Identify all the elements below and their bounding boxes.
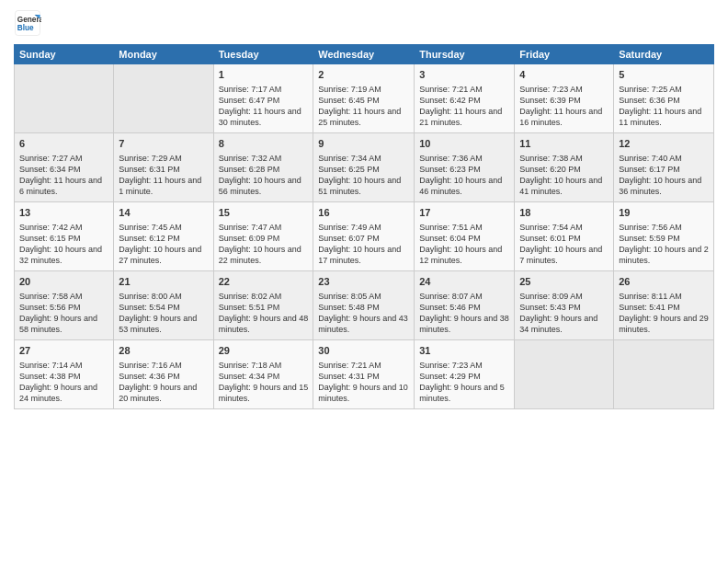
calendar-cell: 2Sunrise: 7:19 AMSunset: 6:45 PMDaylight…	[313, 64, 415, 133]
day-info: Daylight: 10 hours and 27 minutes.	[119, 244, 208, 266]
calendar-cell: 4Sunrise: 7:23 AMSunset: 6:39 PMDaylight…	[515, 64, 614, 133]
calendar-cell: 29Sunrise: 7:18 AMSunset: 4:34 PMDayligh…	[213, 340, 313, 409]
day-info: Daylight: 9 hours and 10 minutes.	[318, 382, 409, 404]
day-number: 28	[119, 344, 208, 358]
calendar-cell: 17Sunrise: 7:51 AMSunset: 6:04 PMDayligh…	[415, 202, 515, 271]
day-number: 5	[619, 68, 709, 82]
day-info: Sunrise: 7:19 AM	[318, 84, 409, 95]
day-info: Sunset: 5:41 PM	[619, 302, 709, 313]
day-number: 27	[19, 344, 108, 358]
day-number: 8	[219, 137, 309, 151]
day-info: Sunrise: 7:29 AM	[119, 153, 208, 164]
calendar-cell: 11Sunrise: 7:38 AMSunset: 6:20 PMDayligh…	[515, 133, 614, 202]
day-info: Daylight: 10 hours and 51 minutes.	[318, 175, 409, 197]
calendar-cell: 13Sunrise: 7:42 AMSunset: 6:15 PMDayligh…	[15, 202, 114, 271]
day-number: 9	[318, 137, 409, 151]
day-info: Daylight: 9 hours and 38 minutes.	[419, 313, 509, 335]
calendar-container: General Blue SundayMondayTuesdayWednesda…	[0, 0, 728, 419]
day-number: 15	[219, 206, 309, 220]
day-info: Daylight: 9 hours and 48 minutes.	[219, 313, 309, 335]
col-header-sunday: Sunday	[15, 45, 114, 64]
day-info: Sunset: 5:54 PM	[119, 302, 208, 313]
col-header-saturday: Saturday	[614, 45, 714, 64]
calendar-cell: 12Sunrise: 7:40 AMSunset: 6:17 PMDayligh…	[614, 133, 714, 202]
day-info: Daylight: 10 hours and 32 minutes.	[19, 244, 108, 266]
day-info: Sunrise: 7:47 AM	[219, 222, 309, 233]
calendar-cell	[515, 340, 614, 409]
day-info: Sunset: 5:48 PM	[318, 302, 409, 313]
day-info: Daylight: 9 hours and 5 minutes.	[419, 382, 509, 404]
day-info: Sunset: 6:17 PM	[619, 164, 709, 175]
calendar-cell	[15, 64, 114, 133]
calendar-cell: 31Sunrise: 7:23 AMSunset: 4:29 PMDayligh…	[415, 340, 515, 409]
day-number: 16	[318, 206, 409, 220]
day-info: Daylight: 9 hours and 34 minutes.	[519, 313, 609, 335]
day-number: 1	[219, 68, 309, 82]
col-header-monday: Monday	[114, 45, 213, 64]
day-info: Daylight: 9 hours and 43 minutes.	[318, 313, 409, 335]
day-info: Daylight: 9 hours and 58 minutes.	[19, 313, 108, 335]
day-info: Sunrise: 7:21 AM	[419, 84, 509, 95]
day-info: Daylight: 11 hours and 16 minutes.	[519, 106, 609, 128]
col-header-friday: Friday	[515, 45, 614, 64]
calendar-cell: 7Sunrise: 7:29 AMSunset: 6:31 PMDaylight…	[114, 133, 213, 202]
week-row-4: 20Sunrise: 7:58 AMSunset: 5:56 PMDayligh…	[15, 271, 714, 340]
day-number: 22	[219, 275, 309, 289]
calendar-cell: 9Sunrise: 7:34 AMSunset: 6:25 PMDaylight…	[313, 133, 415, 202]
day-number: 21	[119, 275, 208, 289]
day-number: 14	[119, 206, 208, 220]
calendar-cell: 8Sunrise: 7:32 AMSunset: 6:28 PMDaylight…	[213, 133, 313, 202]
day-info: Sunset: 4:34 PM	[219, 371, 309, 382]
day-number: 24	[419, 275, 509, 289]
day-info: Sunset: 6:04 PM	[419, 233, 509, 244]
day-info: Sunset: 6:09 PM	[219, 233, 309, 244]
day-info: Sunrise: 7:54 AM	[519, 222, 609, 233]
day-info: Sunrise: 7:58 AM	[19, 291, 108, 302]
day-info: Sunrise: 7:45 AM	[119, 222, 208, 233]
day-info: Daylight: 9 hours and 29 minutes.	[619, 313, 709, 335]
calendar-cell	[114, 64, 213, 133]
calendar-cell: 23Sunrise: 8:05 AMSunset: 5:48 PMDayligh…	[313, 271, 415, 340]
day-info: Sunrise: 8:07 AM	[419, 291, 509, 302]
day-number: 4	[519, 68, 609, 82]
calendar-cell: 10Sunrise: 7:36 AMSunset: 6:23 PMDayligh…	[415, 133, 515, 202]
day-info: Sunset: 4:31 PM	[318, 371, 409, 382]
col-header-wednesday: Wednesday	[313, 45, 415, 64]
day-info: Sunset: 5:59 PM	[619, 233, 709, 244]
day-number: 12	[619, 137, 709, 151]
day-info: Daylight: 10 hours and 12 minutes.	[419, 244, 509, 266]
day-info: Daylight: 11 hours and 25 minutes.	[318, 106, 409, 128]
calendar-cell	[614, 340, 714, 409]
day-number: 26	[619, 275, 709, 289]
calendar-cell: 30Sunrise: 7:21 AMSunset: 4:31 PMDayligh…	[313, 340, 415, 409]
day-info: Daylight: 10 hours and 46 minutes.	[419, 175, 509, 197]
calendar-cell: 3Sunrise: 7:21 AMSunset: 6:42 PMDaylight…	[415, 64, 515, 133]
day-info: Daylight: 10 hours and 17 minutes.	[318, 244, 409, 266]
calendar-cell: 19Sunrise: 7:56 AMSunset: 5:59 PMDayligh…	[614, 202, 714, 271]
calendar-cell: 20Sunrise: 7:58 AMSunset: 5:56 PMDayligh…	[15, 271, 114, 340]
week-row-5: 27Sunrise: 7:14 AMSunset: 4:38 PMDayligh…	[15, 340, 714, 409]
logo-icon: General Blue	[14, 9, 41, 37]
day-info: Daylight: 11 hours and 11 minutes.	[619, 106, 709, 128]
day-number: 6	[19, 137, 108, 151]
day-info: Sunset: 6:01 PM	[519, 233, 609, 244]
day-info: Sunrise: 8:11 AM	[619, 291, 709, 302]
day-info: Sunrise: 7:49 AM	[318, 222, 409, 233]
day-info: Daylight: 11 hours and 30 minutes.	[219, 106, 309, 128]
day-number: 2	[318, 68, 409, 82]
day-info: Sunset: 6:28 PM	[219, 164, 309, 175]
day-info: Daylight: 10 hours and 36 minutes.	[619, 175, 709, 197]
day-info: Daylight: 11 hours and 21 minutes.	[419, 106, 509, 128]
day-number: 30	[318, 344, 409, 358]
day-info: Sunrise: 7:32 AM	[219, 153, 309, 164]
day-info: Sunset: 5:56 PM	[19, 302, 108, 313]
day-info: Sunset: 6:47 PM	[219, 95, 309, 106]
calendar-cell: 22Sunrise: 8:02 AMSunset: 5:51 PMDayligh…	[213, 271, 313, 340]
day-info: Sunrise: 8:09 AM	[519, 291, 609, 302]
day-info: Sunset: 6:23 PM	[419, 164, 509, 175]
calendar-header-row: SundayMondayTuesdayWednesdayThursdayFrid…	[15, 45, 714, 64]
day-info: Sunset: 6:45 PM	[318, 95, 409, 106]
day-info: Sunset: 4:38 PM	[19, 371, 108, 382]
calendar-table: SundayMondayTuesdayWednesdayThursdayFrid…	[14, 44, 714, 409]
day-info: Daylight: 11 hours and 6 minutes.	[19, 175, 108, 197]
